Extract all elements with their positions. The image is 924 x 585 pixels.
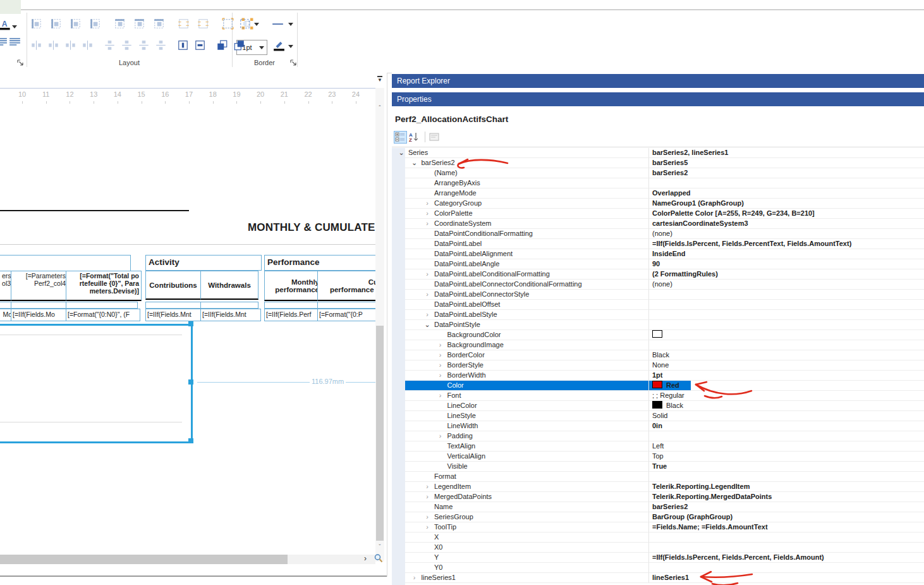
activity-table-title[interactable]: Activity xyxy=(145,255,262,271)
property-value[interactable]: =IIf(Fields.IsPercent, Fields.PercentTex… xyxy=(648,239,924,249)
property-row-datapointlabel[interactable]: DataPointLabel=IIf(Fields.IsPercent, Fie… xyxy=(392,239,924,249)
align-left-edges-icon[interactable] xyxy=(89,18,101,30)
property-row-name[interactable]: (Name)barSeries2 xyxy=(392,168,924,178)
property-value[interactable] xyxy=(648,533,924,543)
property-value[interactable] xyxy=(648,340,924,350)
left-table-spacer-cell[interactable] xyxy=(0,302,11,309)
property-value[interactable] xyxy=(648,330,924,340)
property-row-datapointlabelangle[interactable]: DataPointLabelAngle90 xyxy=(392,259,924,269)
activity-header-cell[interactable]: Withdrawals xyxy=(200,271,258,300)
property-row-linewidth[interactable]: LineWidth0in xyxy=(392,421,924,431)
property-name[interactable]: Y xyxy=(405,553,678,563)
equal-vertical-spacing-icon[interactable] xyxy=(104,39,116,51)
property-value[interactable]: barSeries2 xyxy=(648,168,924,178)
center-horizontally-icon[interactable] xyxy=(177,39,189,51)
property-row-datapointlabelstyle[interactable]: ›DataPointLabelStyle xyxy=(392,310,924,320)
property-name[interactable]: ArrangeMode xyxy=(405,188,678,199)
property-value[interactable]: 90 xyxy=(648,259,924,269)
property-row-linestyle[interactable]: LineStyleSolid xyxy=(392,411,924,421)
property-name[interactable]: lineSeries1 xyxy=(405,573,665,583)
property-name[interactable]: BorderWidth xyxy=(405,371,691,381)
property-row-textalign[interactable]: TextAlignLeft xyxy=(392,441,924,452)
resize-handle[interactable] xyxy=(188,379,193,385)
property-value[interactable] xyxy=(648,472,924,482)
font-color-icon[interactable]: A xyxy=(0,19,12,31)
border-line-dropdown-arrow[interactable] xyxy=(288,23,293,26)
property-value[interactable]: barSeries5 xyxy=(648,158,924,168)
property-row-lineseries1[interactable]: ›lineSeries1lineSeries1 xyxy=(392,573,924,583)
resize-handle[interactable] xyxy=(188,321,193,326)
property-value[interactable]: =IIf(Fields.IsPercent, Fields.Percent, F… xyxy=(648,553,924,563)
property-row-backgroundimage[interactable]: ›BackgroundImage xyxy=(392,340,924,350)
property-row-y0[interactable]: Y0 xyxy=(392,563,924,573)
property-name[interactable]: Format xyxy=(405,472,678,482)
property-name[interactable]: CategoryGroup xyxy=(405,199,678,209)
pan-right-icon[interactable]: › xyxy=(364,554,367,563)
left-table-spacer-cell[interactable] xyxy=(66,302,138,309)
property-value[interactable]: True xyxy=(648,462,924,472)
performance-data-cell[interactable]: [=Format("{0:P xyxy=(317,309,379,321)
activity-header-cell[interactable]: Contributions xyxy=(145,271,201,300)
property-value[interactable]: Black xyxy=(648,350,924,360)
equal-horizontal-spacing-icon[interactable] xyxy=(30,39,42,51)
increase-vertical-spacing-icon[interactable] xyxy=(121,39,133,51)
performance-data-cell[interactable]: [=IIf(Fields.Perf xyxy=(264,309,320,321)
property-name[interactable]: Color xyxy=(405,381,691,391)
property-name[interactable]: TextAlign xyxy=(405,441,691,452)
align-bottoms-icon[interactable] xyxy=(153,18,165,30)
property-row-legenditem[interactable]: ›LegendItemTelerik.Reporting.LegendItem xyxy=(392,482,924,492)
collapse-icon[interactable]: ⌄ xyxy=(397,148,406,157)
performance-header-cell[interactable]: Monthly performance xyxy=(264,271,322,301)
bring-to-front-icon[interactable] xyxy=(216,39,228,51)
decrease-horizontal-spacing-icon[interactable] xyxy=(64,39,76,51)
property-value[interactable] xyxy=(648,290,924,300)
align-middles-icon[interactable] xyxy=(133,18,145,30)
text-align-justify2-icon[interactable] xyxy=(9,35,21,47)
property-name[interactable]: LineWidth xyxy=(405,421,691,431)
sort-alphabetical-icon[interactable]: A Z xyxy=(408,132,420,143)
property-name[interactable]: BackgroundImage xyxy=(405,340,691,350)
zoom-tool-icon[interactable] xyxy=(374,553,384,563)
property-name[interactable]: X0 xyxy=(405,543,678,553)
scroll-up-button[interactable]: ˆ xyxy=(375,104,384,113)
property-value[interactable]: 1pt xyxy=(648,371,924,381)
property-value[interactable]: BarGroup (GraphGroup) xyxy=(648,512,924,522)
property-value[interactable] xyxy=(648,310,924,320)
property-value[interactable]: Left xyxy=(648,441,924,452)
property-value[interactable]: ; ; Regular xyxy=(648,391,924,401)
activity-data-cell[interactable]: [=IIf(Fields.Mnt xyxy=(145,309,204,321)
property-value[interactable]: Telerik.Reporting.LegendItem xyxy=(648,482,924,492)
property-name[interactable]: DataPointLabelConditionalFormatting xyxy=(405,269,678,280)
property-value[interactable]: Black xyxy=(648,401,924,411)
left-table-cap-cell[interactable] xyxy=(0,255,131,271)
performance-table-title[interactable]: Performance xyxy=(264,255,382,271)
property-value[interactable] xyxy=(648,300,924,310)
property-value[interactable] xyxy=(648,431,924,441)
remove-vertical-spacing-icon[interactable] xyxy=(155,39,167,51)
property-name[interactable]: DataPointLabel xyxy=(405,239,678,249)
property-row-y[interactable]: Y=IIf(Fields.IsPercent, Fields.Percent, … xyxy=(392,553,924,563)
property-name[interactable]: Padding xyxy=(405,431,691,441)
property-name[interactable]: DataPointLabelConnectorConditionalFormat… xyxy=(405,280,678,290)
property-name[interactable]: BorderColor xyxy=(405,350,691,360)
property-value[interactable]: Red xyxy=(648,381,924,391)
property-name[interactable]: (Name) xyxy=(405,168,678,178)
property-name[interactable]: ToolTip xyxy=(405,522,678,533)
size-to-grid-icon[interactable] xyxy=(222,18,234,30)
property-value[interactable] xyxy=(648,543,924,553)
scroll-down-button[interactable]: ˇ xyxy=(375,543,384,552)
property-value[interactable]: (none) xyxy=(648,229,924,239)
font-color-dropdown-arrow[interactable] xyxy=(12,25,17,28)
property-row-borderstyle[interactable]: ›BorderStyleNone xyxy=(392,360,924,371)
remove-horizontal-spacing-icon[interactable] xyxy=(82,39,94,51)
property-name[interactable]: DataPointStyle xyxy=(405,320,678,330)
property-name[interactable]: VerticalAlign xyxy=(405,452,691,462)
performance-spacer-cell[interactable] xyxy=(264,302,318,309)
align-lefts-icon[interactable] xyxy=(30,18,42,30)
property-row-categorygroup[interactable]: ›CategoryGroupNameGroup1 (GraphGroup) xyxy=(392,199,924,209)
property-name[interactable]: DataPointLabelAlignment xyxy=(405,249,678,259)
property-row-colorpalette[interactable]: ›ColorPaletteColorPalette Color [A=255, … xyxy=(392,209,924,219)
property-name[interactable]: Font xyxy=(405,391,691,401)
property-name[interactable]: DataPointConditionalFormatting xyxy=(405,229,678,239)
make-same-width-icon[interactable] xyxy=(178,18,190,30)
